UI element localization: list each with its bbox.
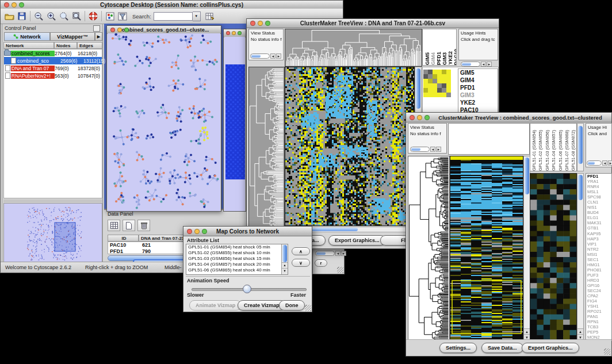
tv2-gene-label[interactable]: PEP5 (586, 329, 611, 335)
tv2-gene-label[interactable]: SEC1 (586, 257, 611, 262)
scroll-right-icon[interactable]: ► (276, 53, 281, 59)
col-header-nodes[interactable]: Nodes (54, 42, 77, 49)
fragment-button[interactable]: r (315, 259, 327, 267)
attribute-list-item[interactable]: GPL51-02 (GSM855) heat shock 10 min (186, 250, 281, 256)
tv2-export-graphics-button[interactable]: Export Graphics... (522, 343, 579, 353)
zoom-button[interactable] (238, 31, 242, 35)
minimize-button[interactable] (194, 229, 200, 234)
attribute-list-scrollbar[interactable]: ▲ ▼ (281, 244, 288, 274)
tv1-row-dendrogram[interactable] (248, 67, 285, 229)
scroll-down-icon[interactable]: ▼ (282, 268, 288, 274)
scroll-right-icon[interactable]: ► (608, 160, 612, 166)
zoom-out-button[interactable] (32, 10, 45, 22)
dialog-title-bar[interactable]: Map Colors to Network (183, 227, 312, 236)
tv2-gene-label[interactable]: ELG1 (586, 215, 611, 220)
resize-grip[interactable] (305, 305, 311, 311)
tv2-gene-label[interactable]: MAK31 (586, 220, 611, 225)
tv2-gene-label[interactable]: FIG4 (586, 298, 611, 304)
attribute-list-item[interactable]: GPL51-06 (GSM865) heat shock 40 min (186, 267, 281, 273)
dense-network-canvas[interactable] (225, 64, 245, 179)
tab-vizmapper[interactable]: VizMapper™ (50, 32, 95, 41)
attribute-list[interactable]: GPL51-01 (GSM854) heat shock 05 minGPL51… (186, 244, 288, 275)
network-canvas-area[interactable] (108, 33, 220, 211)
tv2-gene-label[interactable]: GPI16 (586, 283, 611, 288)
tv2-gene-label[interactable]: GTB1 (586, 225, 611, 231)
zoom-button[interactable] (202, 229, 207, 234)
delete-attribute-button[interactable] (137, 220, 150, 231)
tv2-heatmap[interactable] (450, 156, 523, 341)
row-val-0[interactable]: 621 (142, 242, 177, 248)
panel-splitter[interactable] (3, 200, 102, 202)
done-button[interactable]: Done (279, 300, 305, 311)
search-dropdown-button[interactable]: ▼ (193, 12, 201, 21)
tv2-gene-label[interactable]: YSH1 (586, 304, 611, 309)
minimize-button[interactable] (258, 21, 263, 26)
select-attributes-button[interactable] (108, 220, 120, 231)
network-overview[interactable] (3, 203, 102, 264)
tv1-export-graphics-button[interactable]: Export Graphics... (328, 235, 386, 246)
tv2-gene-label[interactable]: NTR2 (586, 247, 611, 252)
tv2-status-scrollbar[interactable]: ◄ ► (410, 146, 441, 152)
scroll-left-icon[interactable]: ◄ (335, 251, 341, 256)
tv2-gene-label[interactable]: HRD3 (586, 278, 611, 283)
search-input[interactable] (154, 12, 193, 21)
col-header-network[interactable]: Network (3, 42, 54, 49)
save-button[interactable] (16, 10, 28, 22)
tv2-settings-button[interactable]: Settings... (439, 343, 477, 353)
row-id-1[interactable]: PFD1 (110, 248, 137, 254)
tv2-gene-label[interactable]: BUD4 (586, 210, 611, 215)
scroll-left-icon[interactable]: ◄ (481, 62, 486, 67)
zoom-button[interactable] (124, 28, 129, 32)
tv1-gene-label[interactable]: GIM5 (458, 69, 498, 76)
tv2-gene-label[interactable]: PUF3 (586, 273, 611, 278)
close-button[interactable] (4, 2, 9, 7)
tv2-gene-label[interactable]: RNR4 (586, 184, 611, 189)
open-file-button[interactable] (3, 10, 16, 22)
scroll-left-icon[interactable]: ◄ (602, 160, 607, 166)
tv1-hints-scrollbar[interactable]: ◄ ► (461, 61, 492, 67)
tab-overflow-button[interactable]: ▶ (95, 32, 102, 41)
tv2-column-tree-area[interactable] (448, 123, 530, 155)
resize-grip[interactable] (604, 348, 610, 355)
tv2-gene-label[interactable]: CPA2 (586, 293, 611, 298)
network-overview-canvas[interactable] (4, 204, 102, 263)
zoom-button[interactable] (19, 2, 24, 7)
new-attribute-button[interactable] (123, 220, 135, 231)
network-table-row[interactable]: combined_scores2764(0)16218(0) (4, 49, 102, 57)
row-id-0[interactable]: PAC10 (110, 242, 137, 248)
tv2-gene-label[interactable]: NIS1 (586, 205, 611, 210)
filter-button[interactable] (116, 10, 129, 22)
fragment-hscrollbar[interactable]: ◄ ► (315, 250, 346, 256)
close-button[interactable] (110, 28, 115, 32)
tv2-gene-label[interactable]: PHO81 (586, 267, 611, 273)
move-down-button[interactable]: ∨ (292, 259, 310, 267)
attribute-browser-button[interactable] (204, 10, 216, 22)
attribute-list-item[interactable]: GPL51-01 (GSM854) heat shock 05 min (186, 244, 281, 250)
dp-col-id[interactable]: ID (108, 235, 139, 242)
tv2-zoom-heatmap[interactable] (530, 173, 577, 341)
close-button[interactable] (410, 115, 415, 120)
close-button[interactable] (226, 31, 230, 35)
tv2-gene-label[interactable]: HMG1 (586, 262, 611, 267)
network-view-2-title-bar[interactable] (224, 29, 246, 37)
attribute-list-item[interactable]: GPL51-07 (GSM868) heat shock 60 min (186, 273, 281, 275)
scroll-right-icon[interactable]: ► (487, 62, 492, 67)
col-header-edges[interactable]: Edges (77, 42, 102, 49)
tv1-column-dendrogram[interactable] (285, 29, 422, 67)
network-graph-canvas[interactable] (108, 33, 220, 211)
network-table-row[interactable]: combined_sco2569(6)13112(15) (4, 57, 102, 64)
treeview1-title-bar[interactable]: ClusterMaker TreeView : DNA and Tran 07-… (247, 19, 499, 28)
tv2-gene-label[interactable]: CLN1 (586, 200, 611, 205)
zoom-fit-button[interactable] (70, 10, 83, 22)
zoom-in-button[interactable] (45, 10, 58, 22)
scroll-right-icon[interactable]: ► (341, 251, 346, 256)
float-panel-icon[interactable] (93, 25, 100, 32)
tab-network[interactable]: Network (4, 32, 50, 41)
tv1-heatmap[interactable] (285, 67, 415, 226)
tv2-gene-label[interactable]: RPO21 (586, 309, 611, 314)
minimize-button[interactable] (117, 28, 122, 32)
speed-slider-thumb[interactable] (243, 285, 251, 293)
animate-vizmap-button[interactable]: Animate Vizmap (189, 300, 242, 311)
scroll-up-icon[interactable]: ▲ (282, 262, 288, 268)
treeview2-title-bar[interactable]: ClusterMaker TreeView : combined_scores_… (406, 113, 611, 122)
